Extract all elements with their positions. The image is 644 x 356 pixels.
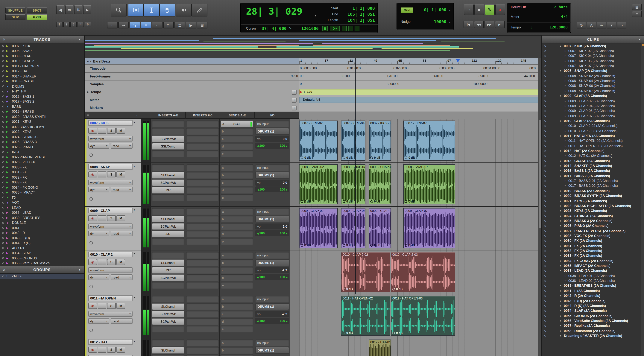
track-list-name[interactable]: BASS: [12, 105, 21, 108]
clip-expand-icon[interactable]: ►: [560, 315, 562, 317]
track-list-item[interactable]: ▼DRUMS: [0, 84, 84, 89]
clip-expand-icon[interactable]: ►: [564, 55, 566, 57]
send-slot[interactable]: c: [221, 267, 253, 274]
clip-list-item[interactable]: ►0011 - HAT OPEN (2A Channels): [542, 134, 641, 138]
clip-expand-icon[interactable]: ►: [564, 275, 566, 277]
clip-expand-icon[interactable]: ►: [564, 185, 566, 187]
track-show-hide-dot[interactable]: [2, 222, 4, 224]
clip-list-item[interactable]: ►0010 - CLAP 2-02 (2A Channels): [542, 123, 641, 128]
clip-status-dot[interactable]: [544, 225, 546, 227]
toolbar-menu-button[interactable]: ≡: [632, 11, 642, 17]
clip-expand-icon[interactable]: ►: [560, 290, 562, 292]
clip-expand-icon[interactable]: ►: [560, 330, 562, 332]
insert-slot[interactable]: [152, 128, 184, 135]
insert-slot[interactable]: [152, 340, 184, 346]
clip-list-item[interactable]: ►0013 - CRASH (2A Channels): [542, 158, 641, 164]
clip-expand-icon[interactable]: ►: [564, 140, 566, 142]
link-timeline-edit-selection-button[interactable]: ⇆: [130, 22, 140, 28]
clip-name[interactable]: 0039 - BREATHES (2A Channels): [564, 284, 616, 288]
nudge-value[interactable]: 10000: [418, 20, 446, 24]
insert-slot[interactable]: [186, 318, 219, 325]
clip-name[interactable]: 0014 - SHAKER (2A Channels): [564, 164, 612, 168]
track-show-hide-dot[interactable]: [2, 232, 4, 234]
track-list-name[interactable]: 0024 - STRINGS: [12, 135, 38, 139]
automation-mode-selector[interactable]: read▾: [111, 143, 132, 148]
track-list-item[interactable]: ▶0038 - LEAD: [0, 210, 84, 215]
clip-name[interactable]: 0041 - L (2A Channels): [564, 289, 600, 293]
clip-expand-icon[interactable]: ►: [560, 175, 562, 177]
clip-name[interactable]: 0011 - HAT OPEN-02 (2A Channels): [568, 139, 623, 143]
clip-list-item[interactable]: ►0028 - VOC FX (2A Channels): [542, 234, 641, 238]
clip-expand-icon[interactable]: ►: [560, 265, 562, 267]
clip-status-dot[interactable]: [544, 190, 546, 192]
insert-slot[interactable]: [152, 120, 184, 127]
clip-expand-icon[interactable]: ►: [560, 165, 562, 167]
playlist-caret-icon[interactable]: ▾: [134, 165, 135, 168]
input-monitor-button[interactable]: I: [98, 128, 106, 134]
clip-status-dot[interactable]: [544, 315, 546, 317]
clip-name[interactable]: 0010 - CLAP 2-02 (2A Channels): [568, 124, 618, 128]
audio-clip[interactable]: 0010 - CLAP 2-020 dB: [341, 252, 390, 292]
track-show-hide-dot[interactable]: [2, 176, 4, 178]
clip-name[interactable]: 0043 - L (D) (2A Channels): [564, 299, 606, 303]
clip-status-dot[interactable]: [544, 245, 546, 247]
track-show-hide-dot[interactable]: [2, 146, 4, 148]
clip-status-dot[interactable]: [544, 255, 546, 257]
ruler-ticks-markers[interactable]: [299, 104, 538, 112]
mute-button[interactable]: M: [116, 347, 125, 353]
toolbar-dropdown-button[interactable]: ▾: [607, 22, 616, 28]
meter-band[interactable]: Default: 4/4: [299, 97, 538, 103]
track-list-item[interactable]: ▼ADD FX: [0, 246, 84, 250]
tempo-band[interactable]: ♩120: [299, 89, 538, 95]
clip-status-dot[interactable]: [544, 265, 546, 267]
insert-slot[interactable]: SLChanel: [152, 216, 184, 222]
insert-slot[interactable]: [186, 143, 219, 150]
track-list-name[interactable]: 0020 - BRASS SYNTH: [12, 115, 46, 119]
clip-name[interactable]: 0042 - R (2A Channels): [564, 294, 600, 298]
horizontal-zoom-in-button[interactable]: ▶: [83, 5, 91, 14]
clip-name[interactable]: 0038 - LEAD-01 (2A Channels): [568, 274, 615, 278]
track-list-name[interactable]: 0008 - SNAP: [12, 49, 32, 53]
clip-expand-icon[interactable]: ►: [560, 300, 562, 302]
clip-status-dot[interactable]: [544, 165, 546, 167]
clip-status-dot[interactable]: [544, 130, 546, 132]
track-list-item[interactable]: ▼INST: [0, 150, 84, 154]
clip-status-dot[interactable]: [544, 135, 546, 137]
track-list-name[interactable]: 0038 - LEAD: [12, 211, 31, 215]
track-list-item[interactable]: ▼DOUBLE: [0, 220, 84, 225]
edit-mode-slip[interactable]: SLIP: [5, 14, 26, 20]
clip-list-item[interactable]: ►0009 - CLAP-06 (2A Channels): [542, 108, 641, 114]
mute-button[interactable]: M: [116, 128, 125, 134]
track-list-name[interactable]: 0027PIANOREVERSE: [12, 155, 46, 159]
send-slot[interactable]: d: [221, 143, 253, 150]
clip-expand-icon[interactable]: ►: [564, 125, 566, 127]
track-show-hide-dot[interactable]: [2, 252, 4, 254]
track-list-item[interactable]: ▶0043 - L (D): [0, 236, 84, 240]
insert-slot[interactable]: [186, 136, 219, 142]
insert-slot[interactable]: [186, 296, 219, 302]
edit-vertical-scrollbar[interactable]: [538, 58, 542, 356]
clip-name[interactable]: 0058 - Dubstation (2A Channels): [564, 329, 615, 332]
track-list-name[interactable]: 0031 - FX: [12, 170, 27, 174]
track-show-hide-dot[interactable]: [2, 90, 4, 92]
track-list-name[interactable]: 0019 - BRASS: [12, 110, 34, 114]
clip-expand-icon[interactable]: ►: [560, 250, 562, 252]
clip-expand-icon[interactable]: ►: [560, 195, 562, 197]
track-freeze-button[interactable]: [90, 329, 93, 332]
clip-list-item[interactable]: ►0035 - IMPACT (2A Channels): [542, 263, 641, 268]
output-selector[interactable]: DRUMS (1): [255, 128, 289, 135]
clip-expand-icon[interactable]: ►: [560, 210, 562, 212]
mute-button[interactable]: M: [116, 259, 125, 265]
clip-name[interactable]: 0025 - BRASS 3 (2A Channels): [564, 219, 612, 223]
clip-expand-icon[interactable]: ►: [560, 215, 562, 217]
zoom-preset-2[interactable]: 2: [63, 22, 70, 27]
clip-list-item[interactable]: ►0009 - CLAP-04 (2A Channels): [542, 103, 641, 108]
send-slot[interactable]: e: [221, 150, 253, 157]
clip-list-item[interactable]: ►0017 - BASS 2 (2A Channels): [542, 173, 641, 178]
clip-expand-icon[interactable]: ►: [560, 160, 562, 162]
input-selector[interactable]: no input: [255, 120, 289, 127]
audio-clip[interactable]: 0009 - CLAP-040 dB: [341, 208, 366, 248]
track-name-button[interactable]: 0010 - CLAP 2: [88, 252, 132, 257]
clip-status-dot[interactable]: [544, 105, 546, 107]
insert-slot[interactable]: J37: [152, 230, 184, 237]
